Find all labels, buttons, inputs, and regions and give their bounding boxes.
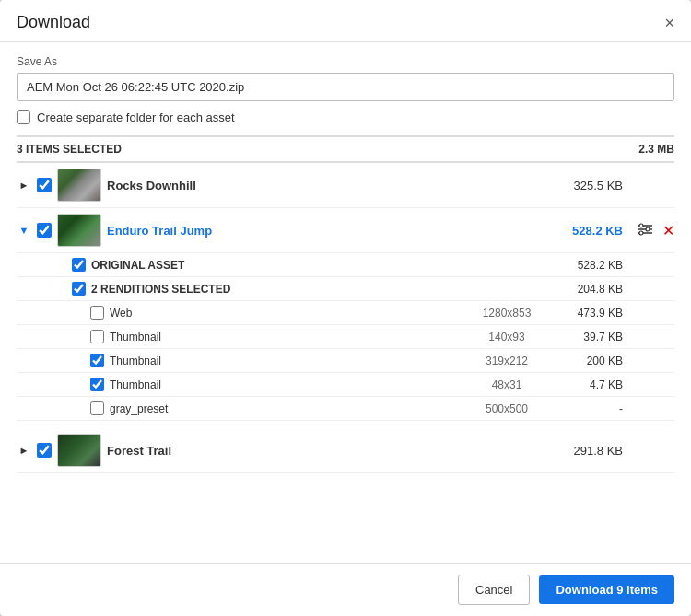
web-size: 473.9 KB bbox=[549, 307, 623, 320]
thumb3-label: Thumbnail bbox=[110, 378, 464, 391]
download-dialog: Download × Save As Create separate folde… bbox=[0, 0, 691, 616]
expand-btn-rocks[interactable]: ► bbox=[17, 180, 31, 191]
original-size: 528.2 KB bbox=[549, 259, 623, 272]
dialog-close-button[interactable]: × bbox=[664, 15, 674, 31]
thumb-rocks bbox=[57, 169, 101, 202]
thumb3-dim: 48x31 bbox=[470, 378, 544, 391]
items-total-size: 2.3 MB bbox=[638, 143, 674, 156]
thumb-enduro bbox=[57, 214, 101, 247]
asset-name-rocks: Rocks Downhill bbox=[107, 179, 544, 192]
thumb-forest bbox=[57, 434, 101, 467]
remove-enduro-button[interactable]: ✕ bbox=[662, 222, 674, 239]
asset-size-enduro: 528.2 KB bbox=[549, 224, 623, 238]
original-asset-label: ORIGINAL ASSET bbox=[91, 259, 464, 272]
sub-row-thumb3: Thumbnail 48x31 4.7 KB bbox=[17, 373, 674, 397]
dialog-footer: Cancel Download 9 items bbox=[0, 563, 691, 616]
separate-folder-label: Create separate folder for each asset bbox=[37, 110, 235, 124]
save-as-label: Save As bbox=[17, 55, 674, 68]
asset-size-forest: 291.8 KB bbox=[549, 444, 623, 458]
sub-row-gray: gray_preset 500x500 - bbox=[17, 397, 674, 421]
thumb2-dim: 319x212 bbox=[470, 354, 544, 367]
thumb1-label: Thumbnail bbox=[110, 331, 464, 343]
asset-row-enduro: ▼ Enduro Trail Jump 528.2 KB bbox=[17, 208, 674, 253]
cb-thumb1[interactable] bbox=[90, 330, 104, 343]
cb-gray[interactable] bbox=[90, 401, 104, 415]
gray-size: - bbox=[549, 402, 623, 415]
sub-row-original: ORIGINAL ASSET 528.2 KB bbox=[17, 253, 674, 277]
asset-row-rocks: ► Rocks Downhill 325.5 KB bbox=[17, 163, 674, 208]
action-icons-enduro: ✕ bbox=[628, 222, 674, 239]
checkbox-enduro[interactable] bbox=[37, 223, 52, 238]
web-label: Web bbox=[110, 307, 464, 320]
items-selected-count: 3 ITEMS SELECTED bbox=[17, 143, 122, 156]
thumb1-size: 39.7 KB bbox=[549, 331, 623, 343]
asset-row-forest: ► Forest Trail 291.8 KB bbox=[17, 428, 674, 473]
asset-name-forest: Forest Trail bbox=[107, 444, 544, 458]
dialog-body: Save As Create separate folder for each … bbox=[0, 42, 691, 563]
dialog-title: Download bbox=[17, 13, 90, 32]
svg-point-3 bbox=[639, 224, 643, 227]
cb-thumb2[interactable] bbox=[90, 354, 104, 367]
dialog-header: Download × bbox=[0, 0, 691, 42]
expand-btn-forest[interactable]: ► bbox=[17, 445, 31, 456]
sub-row-renditions-header: 2 RENDITIONS SELECTED 204.8 KB bbox=[17, 277, 674, 301]
asset-size-rocks: 325.5 KB bbox=[549, 179, 623, 192]
save-as-input[interactable] bbox=[17, 73, 674, 101]
items-list: ► Rocks Downhill 325.5 KB ▼ Enduro Trail… bbox=[17, 163, 674, 550]
spacer bbox=[17, 421, 674, 428]
separate-folder-checkbox[interactable] bbox=[17, 110, 30, 124]
svg-point-5 bbox=[639, 231, 643, 235]
checkbox-rocks[interactable] bbox=[37, 178, 52, 192]
thumb2-label: Thumbnail bbox=[110, 354, 464, 367]
cb-original[interactable] bbox=[72, 258, 86, 272]
separate-folder-row: Create separate folder for each asset bbox=[17, 110, 674, 124]
svg-point-4 bbox=[646, 227, 650, 231]
checkbox-forest[interactable] bbox=[37, 443, 52, 458]
cb-renditions-header[interactable] bbox=[72, 282, 86, 296]
filter-icon-button[interactable] bbox=[637, 223, 653, 238]
cb-web[interactable] bbox=[90, 306, 104, 320]
cancel-button[interactable]: Cancel bbox=[458, 575, 530, 605]
thumb3-size: 4.7 KB bbox=[549, 378, 623, 391]
sub-row-web: Web 1280x853 473.9 KB bbox=[17, 301, 674, 325]
asset-name-enduro: Enduro Trail Jump bbox=[107, 224, 544, 238]
renditions-header-label: 2 RENDITIONS SELECTED bbox=[91, 283, 464, 296]
thumb1-dim: 140x93 bbox=[470, 331, 544, 343]
web-dim: 1280x853 bbox=[470, 307, 544, 320]
expand-btn-enduro[interactable]: ▼ bbox=[17, 225, 31, 236]
sub-row-thumb2: Thumbnail 319x212 200 KB bbox=[17, 349, 674, 373]
download-button[interactable]: Download 9 items bbox=[539, 575, 674, 604]
renditions-header-size: 204.8 KB bbox=[549, 283, 623, 296]
gray-label: gray_preset bbox=[110, 402, 464, 415]
cb-thumb3[interactable] bbox=[90, 378, 104, 391]
items-header: 3 ITEMS SELECTED 2.3 MB bbox=[17, 135, 674, 163]
gray-dim: 500x500 bbox=[470, 402, 544, 415]
sub-row-thumb1: Thumbnail 140x93 39.7 KB bbox=[17, 325, 674, 349]
thumb2-size: 200 KB bbox=[549, 354, 623, 367]
